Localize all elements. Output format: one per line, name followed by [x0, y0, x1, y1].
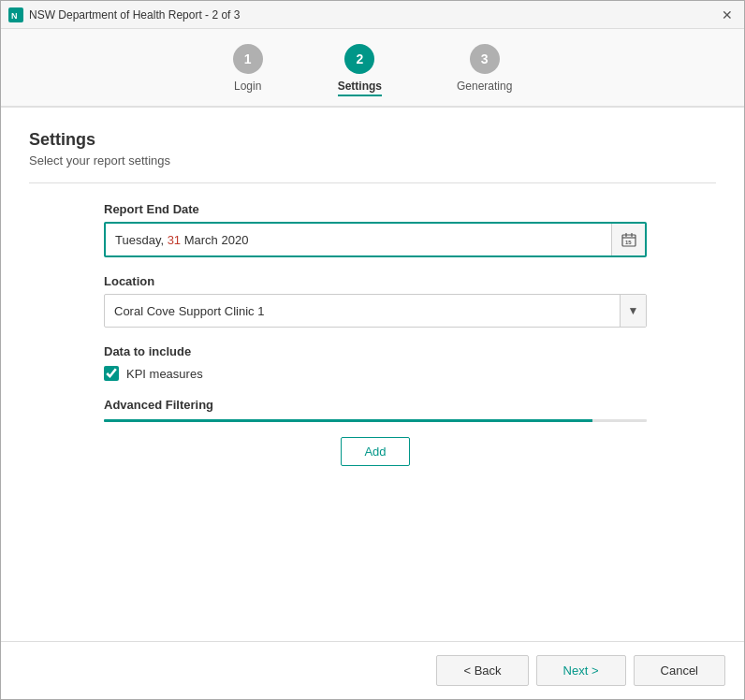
page-title: Settings — [29, 130, 716, 150]
step-3-label: Generating — [457, 80, 512, 93]
step-2-circle: 2 — [344, 44, 374, 74]
form-section: Report End Date Tuesday, 31 March 2020 1… — [104, 202, 647, 466]
section-divider — [29, 182, 716, 183]
back-button[interactable]: < Back — [436, 655, 528, 686]
advanced-filtering-line — [104, 419, 647, 422]
date-suffix: March 2020 — [181, 233, 248, 247]
cancel-button[interactable]: Cancel — [634, 655, 725, 686]
step-login: 1 Login — [233, 44, 263, 96]
footer: < Back Next > Cancel — [1, 641, 744, 699]
date-prefix: Tuesday, — [115, 233, 168, 247]
kpi-label: KPI measures — [126, 367, 203, 381]
calendar-icon: 15 — [621, 232, 636, 247]
page-subtitle: Select your report settings — [29, 153, 716, 168]
title-bar: N NSW Department of Health Report - 2 of… — [1, 1, 744, 29]
location-select[interactable]: Coral Cove Support Clinic 1 — [105, 298, 620, 325]
step-generating: 3 Generating — [457, 44, 512, 96]
add-button[interactable]: Add — [341, 437, 409, 466]
wizard-steps: 1 Login 2 Settings 3 Generating — [1, 29, 744, 108]
step-1-circle: 1 — [233, 44, 263, 74]
date-input-wrapper[interactable]: Tuesday, 31 March 2020 15 — [104, 222, 647, 257]
date-display: Tuesday, 31 March 2020 — [106, 226, 611, 254]
step-1-label: Login — [234, 80, 261, 93]
step-2-label: Settings — [338, 80, 382, 96]
advanced-filtering-label: Advanced Filtering — [104, 398, 647, 412]
date-highlight: 31 — [168, 233, 181, 247]
step-3-circle: 3 — [470, 44, 500, 74]
step-settings: 2 Settings — [338, 44, 382, 96]
window-title: NSW Department of Health Report - 2 of 3 — [29, 8, 240, 22]
title-bar-left: N NSW Department of Health Report - 2 of… — [8, 7, 240, 22]
app-icon: N — [8, 7, 23, 22]
report-end-date-label: Report End Date — [104, 202, 647, 216]
location-label: Location — [104, 274, 647, 288]
calendar-button[interactable]: 15 — [611, 224, 645, 255]
svg-text:15: 15 — [625, 240, 632, 245]
close-button[interactable]: ✕ — [718, 6, 737, 24]
main-content: Settings Select your report settings Rep… — [1, 108, 744, 641]
location-wrapper: Coral Cove Support Clinic 1 ▼ — [104, 294, 647, 328]
main-window: N NSW Department of Health Report - 2 of… — [0, 0, 745, 700]
kpi-checkbox[interactable] — [104, 366, 119, 381]
dropdown-arrow-icon: ▼ — [620, 295, 646, 327]
svg-text:N: N — [11, 11, 18, 21]
next-button[interactable]: Next > — [536, 655, 626, 686]
data-to-include-label: Data to include — [104, 344, 647, 358]
kpi-checkbox-row: KPI measures — [104, 366, 647, 381]
